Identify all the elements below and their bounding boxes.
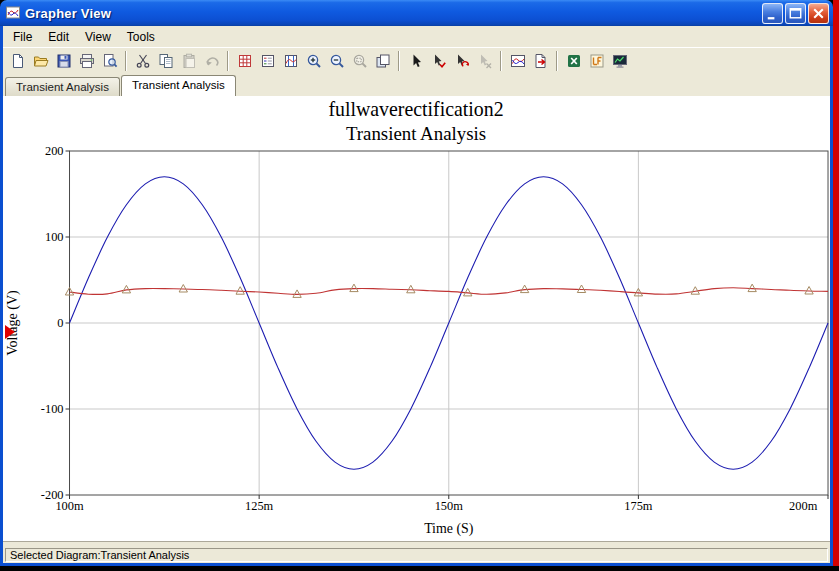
show-cursors-icon xyxy=(283,53,299,69)
minimize-icon xyxy=(763,4,782,23)
tab-2-transient-analysis[interactable]: Transient Analysis xyxy=(121,75,236,96)
maximize-button[interactable] xyxy=(785,3,806,24)
x-tick-label: 125m xyxy=(245,499,274,513)
open-button[interactable] xyxy=(29,50,52,72)
export-labview-icon xyxy=(589,53,605,69)
show-cursors-button[interactable] xyxy=(279,50,302,72)
x-tick-label: 200m xyxy=(789,499,818,513)
print-button[interactable] xyxy=(75,50,98,72)
paste-button xyxy=(177,50,200,72)
revert-marks-icon xyxy=(454,53,470,69)
y-tick-label: 200 xyxy=(45,144,64,158)
status-text: Selected Diagram:Transient Analysis xyxy=(5,548,828,562)
chart-subtitle: Transient Analysis xyxy=(346,123,486,144)
toolbar-separator xyxy=(500,51,502,71)
zoom-in-icon xyxy=(306,53,322,69)
copy-icon xyxy=(158,53,174,69)
show-legend-button[interactable] xyxy=(256,50,279,72)
show-grid-button[interactable] xyxy=(233,50,256,72)
revert-marks-button[interactable] xyxy=(450,50,473,72)
export-display-button[interactable] xyxy=(608,50,631,72)
x-tick-label: 175m xyxy=(624,499,653,513)
clear-marks-icon xyxy=(477,53,493,69)
menu-view[interactable]: View xyxy=(77,28,119,46)
menu-edit[interactable]: Edit xyxy=(40,28,77,46)
y-axis-label: Voltage (V) xyxy=(5,290,21,356)
print-preview-icon xyxy=(102,53,118,69)
toolbar-separator xyxy=(398,51,400,71)
apply-marks-icon xyxy=(431,53,447,69)
undo-icon xyxy=(204,53,220,69)
print-icon xyxy=(79,53,95,69)
toolbar-separator xyxy=(125,51,127,71)
statusbar: Selected Diagram:Transient Analysis xyxy=(3,547,830,563)
desktop-background-strip xyxy=(833,0,839,566)
tabstrip: Transient AnalysisTransient Analysis xyxy=(3,74,830,96)
minimize-button[interactable] xyxy=(762,3,783,24)
chart-title: fullwaverectification2 xyxy=(328,98,503,120)
new-icon xyxy=(10,53,26,69)
cut-button[interactable] xyxy=(131,50,154,72)
export-excel-icon xyxy=(566,53,582,69)
x-tick-label: 150m xyxy=(435,499,464,513)
show-legend-icon xyxy=(260,53,276,69)
zoom-full-icon xyxy=(375,53,391,69)
y-tick-label: 100 xyxy=(45,230,64,244)
menu-file[interactable]: File xyxy=(5,28,40,46)
zoom-area-icon xyxy=(352,53,368,69)
window-content: FileEditViewTools Transient AnalysisTran… xyxy=(0,26,833,566)
export-page-icon xyxy=(533,53,549,69)
overlay-traces-icon xyxy=(510,53,526,69)
save-button[interactable] xyxy=(52,50,75,72)
zoom-full-button[interactable] xyxy=(371,50,394,72)
apply-marks-button[interactable] xyxy=(427,50,450,72)
save-icon xyxy=(56,53,72,69)
chart-canvas: 100m125m150m175m200m2001000-100-200 full… xyxy=(3,96,830,541)
export-display-icon xyxy=(612,53,628,69)
select-marks-button[interactable] xyxy=(404,50,427,72)
print-preview-button[interactable] xyxy=(98,50,121,72)
tab-1-transient-analysis[interactable]: Transient Analysis xyxy=(5,77,120,96)
menu-tools[interactable]: Tools xyxy=(119,28,163,46)
zoom-in-button[interactable] xyxy=(302,50,325,72)
y-tick-label: -100 xyxy=(41,402,64,416)
select-marks-icon xyxy=(408,53,424,69)
copy-button[interactable] xyxy=(154,50,177,72)
window-title: Grapher View xyxy=(25,6,762,21)
titlebar[interactable]: Grapher View xyxy=(0,0,833,26)
zoom-out-button[interactable] xyxy=(325,50,348,72)
menubar: FileEditViewTools xyxy=(3,26,830,47)
clear-marks-button xyxy=(473,50,496,72)
overlay-traces-button[interactable] xyxy=(506,50,529,72)
toolbar xyxy=(3,47,830,74)
y-tick-label: 0 xyxy=(57,316,63,330)
close-icon xyxy=(809,4,828,23)
export-excel-button[interactable] xyxy=(562,50,585,72)
window-controls xyxy=(762,3,829,24)
new-button[interactable] xyxy=(6,50,29,72)
chart-page: 100m125m150m175m200m2001000-100-200 full… xyxy=(3,96,830,541)
y-tick-label: -200 xyxy=(41,488,64,502)
cut-icon xyxy=(135,53,151,69)
open-icon xyxy=(33,53,49,69)
grapher-app-icon xyxy=(4,5,21,22)
export-page-button[interactable] xyxy=(529,50,552,72)
maximize-icon xyxy=(786,4,805,23)
grapher-window: Grapher View FileEditViewTools xyxy=(0,0,833,566)
close-button[interactable] xyxy=(808,3,829,24)
show-grid-icon xyxy=(237,53,253,69)
toolbar-separator xyxy=(556,51,558,71)
zoom-area-button xyxy=(348,50,371,72)
undo-button xyxy=(200,50,223,72)
paste-icon xyxy=(181,53,197,69)
toolbar-separator xyxy=(227,51,229,71)
export-labview-button[interactable] xyxy=(585,50,608,72)
x-axis-label: Time (S) xyxy=(424,521,474,537)
zoom-out-icon xyxy=(329,53,345,69)
